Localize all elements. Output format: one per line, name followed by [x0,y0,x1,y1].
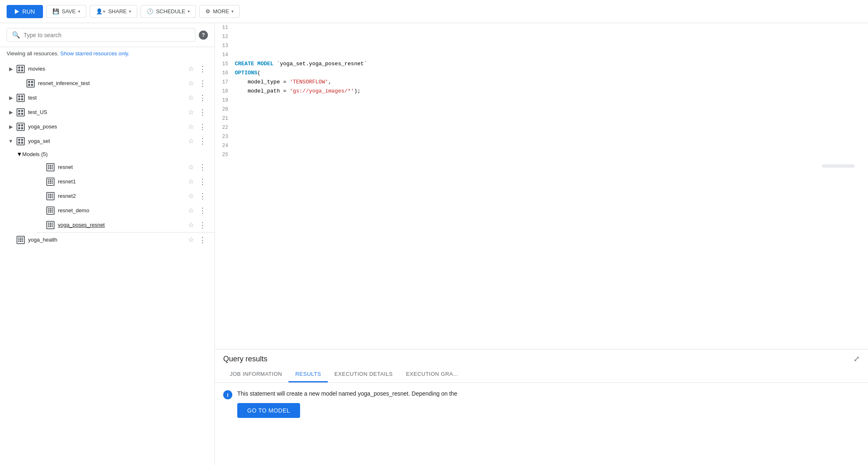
star-button[interactable]: ☆ [186,93,196,102]
sidebar-item-test[interactable]: ▶ test ☆ ⋮ [0,90,215,105]
sidebar-item-resnet[interactable]: resnet ☆ ⋮ [0,160,215,174]
star-button[interactable]: ☆ [186,235,196,244]
sidebar-item-yoga-poses[interactable]: ▶ yoga_poses ☆ ⋮ [0,119,215,134]
sidebar-item-resnet-inference-test[interactable]: resnet_inference_test ☆ ⋮ [0,76,215,90]
star-button[interactable]: ☆ [186,64,196,74]
more-options-button[interactable]: ⋮ [197,206,208,215]
spacer [17,79,25,88]
share-icon: 👤+ [96,8,106,14]
chevron-right-icon: ▶ [7,108,15,116]
sidebar-item-resnet-demo[interactable]: resnet_demo ☆ ⋮ [0,203,215,218]
dataset-icon [17,65,25,73]
horizontal-scrollbar[interactable] [822,164,855,168]
code-line-20: 20 [215,105,868,114]
spacer [36,206,45,215]
spacer [36,192,45,200]
more-button[interactable]: ⚙ MORE ▾ [199,5,240,18]
results-message-wrapper: This statement will create a new model n… [237,389,457,418]
run-button[interactable]: RUN [7,5,43,18]
spacer [36,221,45,229]
help-icon[interactable]: ? [199,31,208,40]
more-options-button[interactable]: ⋮ [197,108,208,117]
dataset-icon [17,108,25,116]
more-options-button[interactable]: ⋮ [197,192,208,201]
query-results-panel: Query results ⤢ JOB INFORMATION RESULTS … [215,349,868,465]
clock-icon: 🕐 [147,8,153,14]
star-button[interactable]: ☆ [186,206,196,215]
item-name: resnet_demo [58,207,186,214]
save-button[interactable]: 💾 SAVE ▾ [46,5,86,18]
sidebar-item-models-group[interactable]: ▼ Models (5) [0,148,215,160]
tab-execution-details[interactable]: EXECUTION DETAILS [328,367,399,382]
item-name: test_US [28,109,186,115]
more-options-button[interactable]: ⋮ [197,235,208,244]
star-button[interactable]: ☆ [186,78,196,88]
spacer [36,163,45,171]
dataset-icon [17,123,25,131]
item-name: resnet_inference_test [38,80,186,86]
more-options-button[interactable]: ⋮ [197,177,208,186]
more-label: MORE [213,8,229,14]
save-icon: 💾 [52,8,59,14]
more-options-button[interactable]: ⋮ [197,221,208,230]
item-name: test [28,95,186,101]
sidebar-item-test-us[interactable]: ▶ test_US ☆ ⋮ [0,105,215,119]
star-button[interactable]: ☆ [186,191,196,201]
chevron-right-icon: ▶ [7,123,15,131]
tree-container: ▶ movies ☆ ⋮ resnet_inference_test ☆ ⋮ ▶… [0,62,215,465]
share-label: SHARE [108,8,127,14]
star-button[interactable]: ☆ [186,220,196,230]
info-icon: i [223,390,232,399]
model-icon [46,192,55,200]
viewing-all-label: Viewing all resources. [7,50,59,57]
more-options-button[interactable]: ⋮ [197,163,208,172]
code-line-25: 25 [215,150,868,159]
main-layout: 🔍 ? Viewing all resources. Show starred … [0,23,868,465]
sidebar-item-yoga-health[interactable]: yoga_health ☆ ⋮ [0,232,215,247]
tab-job-information[interactable]: JOB INFORMATION [223,367,289,382]
chevron-down-icon: ▾ [188,9,190,14]
star-button[interactable]: ☆ [186,177,196,186]
star-button[interactable]: ☆ [186,122,196,131]
search-icon: 🔍 [12,31,20,39]
item-name: yoga_health [28,237,186,243]
results-message: This statement will create a new model n… [237,389,457,398]
tab-results[interactable]: RESULTS [289,367,328,382]
more-options-button[interactable]: ⋮ [197,79,208,88]
show-starred-link[interactable]: Show starred resources only. [60,50,129,57]
sidebar-item-movies[interactable]: ▶ movies ☆ ⋮ [0,62,215,76]
code-line-21: 21 [215,114,868,123]
sidebar-item-yoga-set[interactable]: ▼ yoga_set ☆ ⋮ [0,134,215,148]
sidebar-item-resnet1[interactable]: resnet1 ☆ ⋮ [0,174,215,189]
more-options-button[interactable]: ⋮ [197,137,208,146]
go-to-model-button[interactable]: GO TO MODEL [237,403,300,418]
code-editor[interactable]: 11 12 13 14 15 CREATE MODEL `yoga_set.yo… [215,23,868,349]
toolbar: RUN 💾 SAVE ▾ 👤+ SHARE ▾ 🕐 SCHEDULE ▾ ⚙ M… [0,0,868,23]
star-button[interactable]: ☆ [186,107,196,117]
sidebar-item-resnet2[interactable]: resnet2 ☆ ⋮ [0,189,215,203]
model-icon [46,163,55,171]
dataset-icon [17,137,25,145]
chevron-down-icon: ▼ [7,137,15,145]
share-button[interactable]: 👤+ SHARE ▾ [90,5,137,18]
item-name: yoga_poses_resnet [58,222,186,228]
more-options-button[interactable]: ⋮ [197,93,208,102]
more-options-button[interactable]: ⋮ [197,64,208,74]
item-name: movies [28,66,186,72]
item-name: yoga_set [28,138,186,144]
item-name: Models (5) [22,151,208,157]
sidebar-item-yoga-poses-resnet[interactable]: yoga_poses_resnet ☆ ⋮ [0,218,215,232]
star-button[interactable]: ☆ [186,136,196,146]
item-name: yoga_poses [28,123,186,130]
more-options-button[interactable]: ⋮ [197,122,208,131]
expand-results-button[interactable]: ⤢ [854,354,860,363]
schedule-button[interactable]: 🕐 SCHEDULE ▾ [141,5,196,18]
star-button[interactable]: ☆ [186,162,196,172]
code-line-12: 12 [215,32,868,41]
query-results-title: Query results [223,355,267,363]
search-input[interactable] [24,32,190,38]
code-line-16: 16 OPTIONS( [215,69,868,78]
tab-execution-graph[interactable]: EXECUTION GRA... [399,367,465,382]
search-input-wrapper[interactable]: 🔍 [7,28,196,42]
code-line-18: 18 model_path = 'gs://yoga_images/*'); [215,87,868,96]
